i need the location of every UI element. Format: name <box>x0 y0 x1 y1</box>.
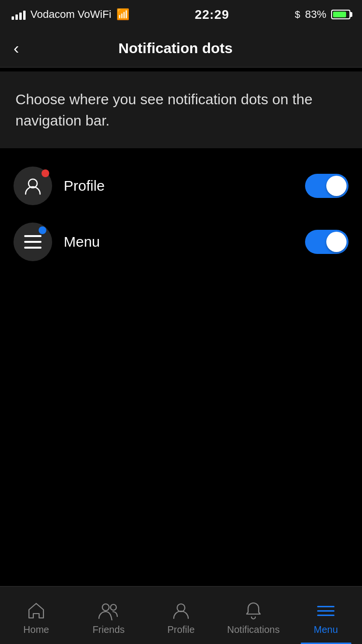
svg-point-3 <box>177 604 185 612</box>
friends-icon <box>98 600 119 621</box>
profile-notification-dot <box>42 169 49 177</box>
menu-icon-circle <box>14 223 52 261</box>
tab-notifications[interactable]: Notifications <box>217 587 290 644</box>
profile-tab-icon <box>170 600 192 621</box>
menu-setting-label: Menu <box>64 234 100 250</box>
friends-tab-label: Friends <box>93 624 125 635</box>
svg-point-2 <box>111 604 116 610</box>
battery-icon <box>331 10 350 19</box>
tab-friends[interactable]: Friends <box>72 587 145 644</box>
menu-icon <box>24 233 42 251</box>
setting-left-profile: Profile <box>14 167 105 205</box>
signal-icon <box>12 9 26 20</box>
page-title: Notification dots <box>28 40 322 56</box>
home-tab-label: Home <box>23 624 49 635</box>
location-icon: $ <box>295 9 300 20</box>
carrier-text: Vodacom VoWiFi <box>30 8 111 21</box>
profile-toggle[interactable] <box>305 174 348 198</box>
menu-tab-icon <box>315 600 336 621</box>
menu-tab-label: Menu <box>314 624 338 635</box>
status-right: $ 83% <box>295 8 350 21</box>
svg-point-1 <box>102 604 109 611</box>
menu-tab-lines <box>317 606 334 616</box>
profile-toggle-knob <box>326 176 347 196</box>
home-icon <box>26 600 47 621</box>
tab-home[interactable]: Home <box>0 587 72 644</box>
notifications-icon <box>243 600 264 621</box>
notifications-tab-label: Notifications <box>227 624 280 635</box>
setting-item-menu: Menu <box>14 214 348 270</box>
menu-tab-line-2 <box>317 610 334 612</box>
setting-left-menu: Menu <box>14 223 100 261</box>
clock: 22:29 <box>195 7 229 22</box>
profile-tab-label: Profile <box>167 624 195 635</box>
wifi-icon: 📶 <box>116 8 129 21</box>
description-text: Choose where you see notification dots o… <box>15 89 347 131</box>
separator <box>0 68 362 71</box>
battery-percent: 83% <box>305 8 326 21</box>
menu-tab-line-1 <box>317 606 334 607</box>
settings-list: Profile Menu <box>0 148 362 280</box>
top-nav: ‹ Notification dots <box>0 29 362 68</box>
back-button[interactable]: ‹ <box>14 39 19 57</box>
menu-toggle-knob <box>326 232 347 252</box>
profile-setting-label: Profile <box>64 178 105 194</box>
menu-notification-dot <box>39 226 46 234</box>
setting-item-profile: Profile <box>14 158 348 214</box>
description-section: Choose where you see notification dots o… <box>0 71 362 148</box>
menu-toggle[interactable] <box>305 230 348 254</box>
profile-icon-circle <box>14 167 52 205</box>
status-bar: Vodacom VoWiFi 📶 22:29 $ 83% <box>0 0 362 29</box>
menu-tab-line-3 <box>317 615 334 616</box>
tab-profile[interactable]: Profile <box>145 587 217 644</box>
tab-menu[interactable]: Menu <box>290 587 362 644</box>
tab-bar: Home Friends Profile <box>0 586 362 644</box>
status-left: Vodacom VoWiFi 📶 <box>12 8 129 21</box>
profile-icon <box>23 176 43 196</box>
